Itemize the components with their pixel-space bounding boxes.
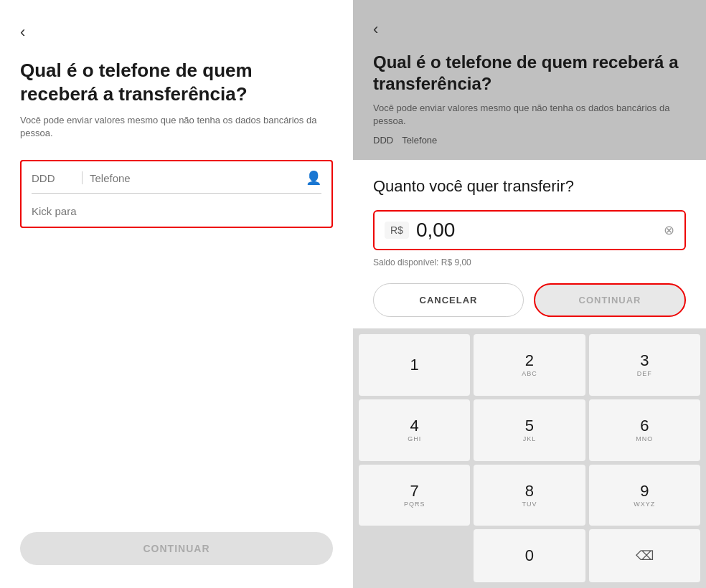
keypad-key-6[interactable]: 6MNO [589, 399, 700, 461]
continue-button-left[interactable]: CONTINUAR [20, 532, 333, 565]
cancel-button[interactable]: CANCELAR [373, 283, 524, 317]
right-top-section: ‹ Qual é o telefone de quem receberá a t… [353, 0, 706, 160]
transfer-question: Quanto você quer transferir? [373, 177, 686, 196]
key-main-label: 0 [525, 548, 534, 564]
left-subtitle: Você pode enviar valores mesmo que não t… [20, 114, 333, 140]
left-title: Qual é o telefone de quem receberá a tra… [20, 59, 333, 105]
key-main-label: 7 [410, 483, 419, 499]
contacts-icon[interactable]: 👤 [306, 170, 321, 186]
keypad-key-2[interactable]: 2ABC [474, 334, 585, 396]
keypad-key-8[interactable]: 8TUV [474, 465, 585, 526]
key-sub-label: ABC [522, 370, 537, 377]
key-sub-label: GHI [408, 435, 421, 442]
key-main-label: 6 [640, 418, 649, 434]
key-main-label: 1 [410, 357, 419, 373]
key-sub-label: WXYZ [634, 501, 655, 508]
phone-divider [82, 171, 83, 184]
keypad-key-4[interactable]: 4GHI [359, 399, 470, 461]
key-sub-label: DEF [637, 370, 652, 377]
keypad-key-9[interactable]: 9WXYZ [589, 465, 700, 526]
right-subtitle: Você pode enviar valores mesmo que não t… [373, 102, 686, 128]
keypad-empty [359, 529, 470, 582]
keypad-key-3[interactable]: 3DEF [589, 334, 700, 396]
keypad-key-1[interactable]: 1 [359, 334, 470, 396]
left-screen: ‹ Qual é o telefone de quem receberá a t… [0, 0, 353, 588]
action-row: CANCELAR CONTINUAR [373, 283, 686, 317]
phone-row: 👤 [32, 170, 321, 194]
kick-para-input[interactable] [32, 204, 321, 217]
back-button-right[interactable]: ‹ [373, 20, 378, 39]
keypad-key-5[interactable]: 5JKL [474, 399, 585, 461]
key-sub-label: TUV [522, 501, 537, 508]
telefone-label: Telefone [402, 135, 437, 146]
keypad-key-7[interactable]: 7PQRS [359, 465, 470, 526]
continue-button-right[interactable]: CONTINUAR [534, 283, 686, 317]
keypad-key-0[interactable]: 0 [474, 529, 585, 582]
key-main-label: 8 [525, 483, 534, 499]
key-main-label: 9 [640, 483, 649, 499]
right-title: Qual é o telefone de quem receberá a tra… [373, 52, 686, 95]
key-sub-label: MNO [636, 435, 653, 442]
numeric-keypad: 12ABC3DEF4GHI5JKL6MNO7PQRS8TUV9WXYZ0⌫ [353, 328, 706, 588]
key-main-label: 2 [525, 353, 534, 369]
currency-label: R$ [385, 222, 409, 239]
clear-amount-button[interactable]: ⊗ [664, 222, 674, 238]
balance-text: Saldo disponível: R$ 9,00 [373, 257, 686, 267]
right-bottom-section: Quanto você quer transferir? R$ 0,00 ⊗ S… [353, 160, 706, 588]
back-button-left[interactable]: ‹ [20, 23, 333, 42]
backspace-icon: ⌫ [636, 548, 654, 564]
key-main-label: 4 [410, 418, 419, 434]
ddd-input[interactable] [32, 172, 75, 184]
key-main-label: 3 [640, 353, 649, 369]
key-sub-label: PQRS [404, 501, 425, 508]
phone-input[interactable] [90, 172, 300, 184]
phone-input-box: 👤 [20, 160, 333, 228]
ddd-label: DDD [373, 135, 393, 146]
keypad-backspace[interactable]: ⌫ [589, 529, 700, 582]
right-screen: ‹ Qual é o telefone de quem receberá a t… [353, 0, 706, 588]
ddd-tel-labels: DDD Telefone [373, 135, 686, 146]
amount-row: R$ 0,00 ⊗ [373, 210, 686, 250]
amount-value: 0,00 [416, 219, 664, 242]
key-main-label: 5 [525, 418, 534, 434]
key-sub-label: JKL [523, 435, 537, 442]
